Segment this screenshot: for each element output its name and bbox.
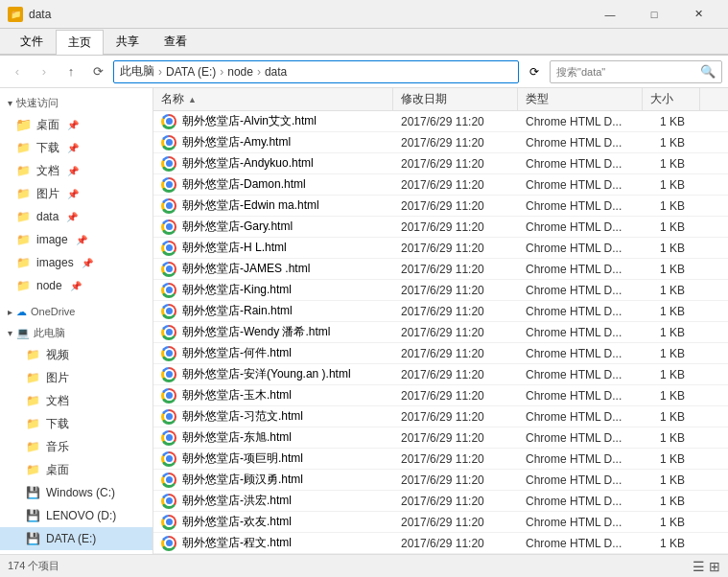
table-row[interactable]: 朝外悠堂店-东旭.html 2017/6/29 11:20 Chrome HTM… xyxy=(153,427,728,449)
col-name-label: 名称 xyxy=(161,91,184,107)
sort-arrow-icon: ▲ xyxy=(188,95,197,104)
sidebar-item-docs2[interactable]: 📁 文档 xyxy=(0,389,153,412)
list-view-icon[interactable]: ☰ xyxy=(693,559,705,574)
file-date-cell: 2017/6/29 11:20 xyxy=(393,533,518,553)
sidebar-item-drive-d[interactable]: 💾 LENOVO (D:) xyxy=(0,504,153,527)
table-row[interactable]: 朝外悠堂店-Andykuo.html 2017/6/29 11:20 Chrom… xyxy=(153,153,728,174)
file-list: 朝外悠堂店-Alvin艾文.html 2017/6/29 11:20 Chrom… xyxy=(153,111,728,554)
sidebar-item-node[interactable]: 📁 node 📌 xyxy=(0,274,153,297)
path-segment-node[interactable]: node xyxy=(227,65,253,79)
file-date-cell: 2017/6/29 11:20 xyxy=(393,259,518,279)
sidebar-item-videos[interactable]: 📁 视频 xyxy=(0,343,153,366)
file-name: 朝外悠堂店-Wendy 潘希.html xyxy=(182,324,330,340)
col-header-name[interactable]: 名称 ▲ xyxy=(153,88,393,110)
thispc-header[interactable]: ▾ 💻 此电脑 xyxy=(0,322,153,343)
maximize-button[interactable]: □ xyxy=(632,0,676,29)
sidebar-item-download2[interactable]: 📁 下载 xyxy=(0,412,153,435)
sidebar-item-desktop2[interactable]: 📁 桌面 xyxy=(0,458,153,481)
file-name: 朝外悠堂店-顾汉勇.html xyxy=(182,472,303,488)
file-size-cell: 1 KB xyxy=(643,406,700,427)
table-row[interactable]: 朝外悠堂店-习范文.html 2017/6/29 11:20 Chrome HT… xyxy=(153,406,728,427)
view-controls[interactable]: ☰ ⊞ xyxy=(693,559,720,574)
sidebar-item-download1[interactable]: 📁 下载 📌 xyxy=(0,136,153,159)
file-name-cell: 朝外悠堂店-项巨明.html xyxy=(153,449,393,469)
sidebar-item-data[interactable]: 📁 data 📌 xyxy=(0,205,153,228)
table-row[interactable]: 朝外悠堂店-Damon.html 2017/6/29 11:20 Chrome … xyxy=(153,174,728,196)
file-name-cell: 朝外悠堂店-Damon.html xyxy=(153,174,393,195)
path-segment-current[interactable]: data xyxy=(265,65,287,79)
table-row[interactable]: 朝外悠堂店-玉木.html 2017/6/29 11:20 Chrome HTM… xyxy=(153,385,728,406)
search-input[interactable] xyxy=(556,66,696,78)
file-type-cell: Chrome HTML D... xyxy=(518,111,643,131)
up-button[interactable]: ↑ xyxy=(59,60,82,83)
folder-icon: 📁 xyxy=(15,209,31,224)
table-row[interactable]: 朝外悠堂店-Gary.html 2017/6/29 11:20 Chrome H… xyxy=(153,217,728,238)
sidebar-item-images[interactable]: 📁 images 📌 xyxy=(0,251,153,274)
col-type-label: 类型 xyxy=(526,91,549,107)
sidebar-item-pics1[interactable]: 📁 图片 📌 xyxy=(0,182,153,205)
sidebar-item-image[interactable]: 📁 image 📌 xyxy=(0,228,153,251)
file-size-cell: 1 KB xyxy=(643,301,700,321)
table-row[interactable]: 朝外悠堂店-顾汉勇.html 2017/6/29 11:20 Chrome HT… xyxy=(153,470,728,491)
sidebar-item-desktop1[interactable]: 📁 桌面 📌 xyxy=(0,113,153,136)
table-row[interactable]: 朝外悠堂店-Alvin艾文.html 2017/6/29 11:20 Chrom… xyxy=(153,111,728,132)
table-row[interactable]: 朝外悠堂店-欢友.html 2017/6/29 11:20 Chrome HTM… xyxy=(153,512,728,533)
table-row[interactable]: 朝外悠堂店-何件.html 2017/6/29 11:20 Chrome HTM… xyxy=(153,343,728,364)
file-size-cell: 1 KB xyxy=(643,449,700,469)
file-name: 朝外悠堂店-玉木.html xyxy=(182,387,292,404)
onedrive-header[interactable]: ▸ ☁ OneDrive xyxy=(0,301,153,322)
back-button[interactable]: ‹ xyxy=(6,60,29,83)
file-type-cell: Chrome HTML D... xyxy=(518,259,643,279)
path-segment-pc[interactable]: 此电脑 xyxy=(120,63,154,80)
folder-icon: 📁 xyxy=(25,462,40,477)
table-row[interactable]: 朝外悠堂店-Amy.html 2017/6/29 11:20 Chrome HT… xyxy=(153,132,728,153)
quick-access-header[interactable]: ▾ 快速访问 xyxy=(0,92,153,113)
col-header-size[interactable]: 大小 xyxy=(643,88,700,110)
chrome-icon xyxy=(161,135,176,150)
sidebar-item-docs1[interactable]: 📁 文档 📌 xyxy=(0,159,153,182)
sidebar-label: LENOVO (D:) xyxy=(46,509,116,522)
pin-icon: 📌 xyxy=(67,189,79,199)
sidebar-item-drive-e[interactable]: 💾 DATA (E:) xyxy=(0,527,153,550)
sidebar-item-pics2[interactable]: 📁 图片 xyxy=(0,366,153,389)
refresh-path-button[interactable]: ⟳ xyxy=(523,60,546,83)
table-row[interactable]: 朝外悠堂店-程文.html 2017/6/29 11:20 Chrome HTM… xyxy=(153,533,728,554)
table-row[interactable]: 朝外悠堂店-JAMES .html 2017/6/29 11:20 Chrome… xyxy=(153,259,728,280)
file-name: 朝外悠堂店-Damon.html xyxy=(182,176,306,193)
table-row[interactable]: 朝外悠堂店-洪宏.html 2017/6/29 11:20 Chrome HTM… xyxy=(153,491,728,512)
table-row[interactable]: 朝外悠堂店-Wendy 潘希.html 2017/6/29 11:20 Chro… xyxy=(153,322,728,343)
file-date-cell: 2017/6/29 11:20 xyxy=(393,427,518,448)
address-bar: ‹ › ↑ ⟳ 此电脑 › DATA (E:) › node › data ⟳ … xyxy=(0,56,728,88)
sidebar-item-drive-c[interactable]: 💾 Windows (C:) xyxy=(0,481,153,504)
path-segment-data[interactable]: DATA (E:) xyxy=(166,65,216,79)
address-path[interactable]: 此电脑 › DATA (E:) › node › data xyxy=(113,60,519,83)
close-button[interactable]: ✕ xyxy=(676,0,720,29)
col-header-type[interactable]: 类型 xyxy=(518,88,643,110)
chrome-icon xyxy=(161,409,176,425)
file-type-cell: Chrome HTML D... xyxy=(518,449,643,469)
folder-icon: 📁 xyxy=(25,439,40,454)
tab-view[interactable]: 查看 xyxy=(152,29,200,54)
refresh-button[interactable]: ⟳ xyxy=(86,60,109,83)
table-row[interactable]: 朝外悠堂店-H L.html 2017/6/29 11:20 Chrome HT… xyxy=(153,238,728,259)
tab-file[interactable]: 文件 xyxy=(8,29,56,54)
table-row[interactable]: 朝外悠堂店-项巨明.html 2017/6/29 11:20 Chrome HT… xyxy=(153,449,728,470)
tab-home[interactable]: 主页 xyxy=(56,30,104,55)
search-box[interactable]: 🔍 xyxy=(550,60,722,83)
grid-view-icon[interactable]: ⊞ xyxy=(709,559,720,574)
file-size-cell: 1 KB xyxy=(643,470,700,490)
table-row[interactable]: 朝外悠堂店-Rain.html 2017/6/29 11:20 Chrome H… xyxy=(153,301,728,322)
pin-icon: 📌 xyxy=(67,120,79,130)
file-type-cell: Chrome HTML D... xyxy=(518,238,643,258)
minimize-button[interactable]: — xyxy=(588,0,632,29)
table-row[interactable]: 朝外悠堂店-Edwin ma.html 2017/6/29 11:20 Chro… xyxy=(153,196,728,217)
col-header-date[interactable]: 修改日期 xyxy=(393,88,518,110)
table-row[interactable]: 朝外悠堂店-安洋(Young.an ).html 2017/6/29 11:20… xyxy=(153,364,728,385)
sidebar-item-music[interactable]: 📁 音乐 xyxy=(0,435,153,458)
tab-share[interactable]: 共享 xyxy=(104,29,152,54)
forward-button[interactable]: › xyxy=(33,60,56,83)
file-size-cell: 1 KB xyxy=(643,196,700,216)
table-row[interactable]: 朝外悠堂店-King.html 2017/6/29 11:20 Chrome H… xyxy=(153,280,728,301)
window-controls[interactable]: — □ ✕ xyxy=(588,0,720,29)
file-size-cell: 1 KB xyxy=(643,174,700,195)
